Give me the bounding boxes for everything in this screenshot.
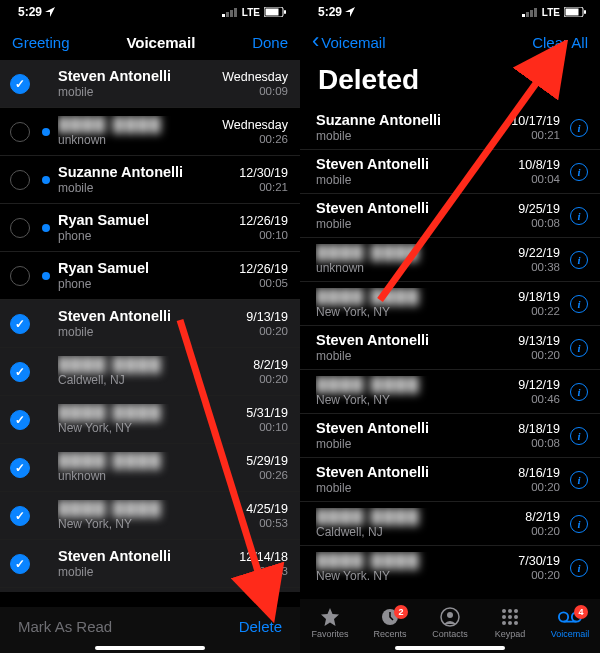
deleted-voicemail-row[interactable]: ████ ████New York, NY9/18/1900:22i <box>300 282 600 326</box>
caller-name: ████ ████ <box>58 404 238 420</box>
select-checkbox[interactable] <box>10 314 30 334</box>
deleted-voicemail-row[interactable]: ████ ████New York, NY7/30/1900:20i <box>300 546 600 580</box>
contact-icon <box>440 607 460 627</box>
tab-favorites[interactable]: Favorites <box>302 607 358 639</box>
voicemail-row[interactable]: Steven Antonellimobile12/14/1800:13 <box>0 540 300 588</box>
voicemail-row[interactable]: Ryan Samuelphone12/26/1900:10 <box>0 204 300 252</box>
row-duration: 00:21 <box>531 129 560 141</box>
row-meta: 10/8/1900:04 <box>518 158 560 185</box>
select-checkbox[interactable] <box>10 266 30 286</box>
select-checkbox[interactable] <box>10 74 30 94</box>
deleted-voicemail-row[interactable]: Steven Antonellimobile9/25/1900:08i <box>300 194 600 238</box>
info-icon[interactable]: i <box>570 383 588 401</box>
row-date: 4/25/19 <box>246 502 288 516</box>
info-icon[interactable]: i <box>570 295 588 313</box>
deleted-list[interactable]: Suzanne Antonellimobile10/17/1900:21iSte… <box>300 106 600 580</box>
caller-sublabel: Caldwell, NJ <box>58 373 245 387</box>
voicemail-row[interactable]: Steven AntonellimobileWednesday00:09 <box>0 60 300 108</box>
row-date: 5/31/19 <box>246 406 288 420</box>
row-date: 8/2/19 <box>253 358 288 372</box>
select-checkbox[interactable] <box>10 122 30 142</box>
caller-sublabel: unknown <box>58 133 214 147</box>
select-checkbox[interactable] <box>10 554 30 574</box>
back-button[interactable]: ‹ Voicemail <box>312 33 386 51</box>
page-title: Deleted <box>300 60 600 106</box>
row-date: Wednesday <box>222 118 288 132</box>
caller-sublabel: Caldwell, NJ <box>316 525 517 539</box>
deleted-voicemail-row[interactable]: Steven Antonellimobile10/8/1900:04i <box>300 150 600 194</box>
tab-contacts[interactable]: Contacts <box>422 607 478 639</box>
voicemail-row[interactable]: ████ ████Caldwell, NJ8/2/1900:20 <box>0 348 300 396</box>
caller-sublabel: mobile <box>316 217 510 231</box>
row-meta: 9/18/1900:22 <box>518 290 560 317</box>
row-main: Steven Antonellimobile <box>316 332 510 363</box>
svg-point-21 <box>508 615 512 619</box>
tab-label: Keypad <box>495 629 526 639</box>
row-meta: 5/29/1900:26 <box>246 454 288 481</box>
deleted-voicemail-row[interactable]: ████ ████New York, NY9/12/1900:46i <box>300 370 600 414</box>
status-time: 5:29 <box>18 5 42 19</box>
row-date: 9/25/19 <box>518 202 560 216</box>
star-icon <box>320 607 340 627</box>
row-duration: 00:20 <box>531 481 560 493</box>
row-meta: 12/14/1800:13 <box>239 550 288 577</box>
voicemail-row[interactable]: ████ ████New York, NY4/25/1900:53 <box>0 492 300 540</box>
select-checkbox[interactable] <box>10 218 30 238</box>
info-icon[interactable]: i <box>570 559 588 577</box>
deleted-voicemail-row[interactable]: ████ ████unknown9/22/1900:38i <box>300 238 600 282</box>
caller-name: ████ ████ <box>316 552 510 568</box>
voicemail-row[interactable]: Steven Antonellimobile9/13/1900:20 <box>0 300 300 348</box>
info-icon[interactable]: i <box>570 339 588 357</box>
voicemail-row[interactable]: Suzanne Antonellimobile12/30/1900:21 <box>0 156 300 204</box>
deleted-voicemail-row[interactable]: Steven Antonellimobile9/13/1900:20i <box>300 326 600 370</box>
unread-dot-icon <box>42 176 50 184</box>
caller-name: ████ ████ <box>58 356 245 372</box>
info-icon[interactable]: i <box>570 251 588 269</box>
info-icon[interactable]: i <box>570 427 588 445</box>
info-icon[interactable]: i <box>570 119 588 137</box>
row-duration: 00:26 <box>259 469 288 481</box>
tab-keypad[interactable]: Keypad <box>482 607 538 639</box>
mark-as-read-button[interactable]: Mark As Read <box>18 618 112 635</box>
row-duration: 00:10 <box>259 421 288 433</box>
deleted-voicemail-row[interactable]: Suzanne Antonellimobile10/17/1900:21i <box>300 106 600 150</box>
select-checkbox[interactable] <box>10 170 30 190</box>
info-icon[interactable]: i <box>570 163 588 181</box>
deleted-voicemail-row[interactable]: Steven Antonellimobile8/16/1900:20i <box>300 458 600 502</box>
tab-voicemail[interactable]: Voicemail 4 <box>542 607 598 639</box>
voicemail-row[interactable]: ████ ████unknownWednesday00:26 <box>0 108 300 156</box>
tab-recents[interactable]: Recents 2 <box>362 607 418 639</box>
voicemail-row[interactable]: Ryan Samuelphone12/26/1900:05 <box>0 252 300 300</box>
caller-name: Steven Antonelli <box>316 156 510 172</box>
voicemail-row[interactable]: ████ ████unknown5/29/1900:26 <box>0 444 300 492</box>
row-date: 12/30/19 <box>239 166 288 180</box>
select-checkbox[interactable] <box>10 410 30 430</box>
info-icon[interactable]: i <box>570 471 588 489</box>
info-icon[interactable]: i <box>570 207 588 225</box>
select-checkbox[interactable] <box>10 362 30 382</box>
row-main: Suzanne Antonellimobile <box>316 112 503 143</box>
done-button[interactable]: Done <box>252 34 288 51</box>
deleted-voicemail-row[interactable]: ████ ████Caldwell, NJ8/2/1900:20i <box>300 502 600 546</box>
network-label: LTE <box>242 7 260 18</box>
voicemail-row[interactable]: ████ ████New York, NY5/31/1900:10 <box>0 396 300 444</box>
row-duration: 00:22 <box>531 305 560 317</box>
select-checkbox[interactable] <box>10 458 30 478</box>
home-indicator[interactable] <box>95 646 205 650</box>
info-icon[interactable]: i <box>570 515 588 533</box>
svg-rect-12 <box>566 9 579 16</box>
deleted-voicemail-row[interactable]: Steven Antonellimobile8/18/1900:08i <box>300 414 600 458</box>
caller-name: Suzanne Antonelli <box>58 164 231 180</box>
greeting-button[interactable]: Greeting <box>12 34 70 51</box>
row-main: Steven Antonellimobile <box>58 548 231 579</box>
voicemail-row[interactable]: Alex Gonzalez10/19/18 <box>0 588 300 592</box>
home-indicator[interactable] <box>395 646 505 650</box>
voicemail-list[interactable]: Steven AntonellimobileWednesday00:09████… <box>0 60 300 592</box>
caller-name: ████ ████ <box>316 288 510 304</box>
row-meta: 8/2/1900:20 <box>253 358 288 385</box>
row-duration: 00:53 <box>259 517 288 529</box>
delete-button[interactable]: Delete <box>239 618 282 635</box>
clear-all-button[interactable]: Clear All <box>532 34 588 51</box>
select-checkbox[interactable] <box>10 506 30 526</box>
caller-sublabel: mobile <box>58 85 214 99</box>
